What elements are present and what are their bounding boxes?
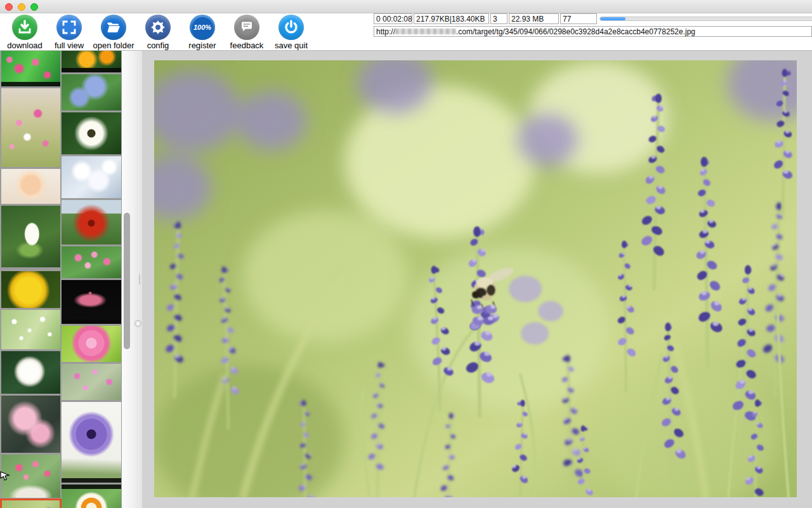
status-field-task-count: 3	[490, 13, 508, 24]
scrollbar-thumb[interactable]	[124, 213, 130, 349]
register-label: register	[188, 41, 216, 50]
thumbnail[interactable]	[62, 485, 121, 508]
thumbnail[interactable]	[62, 74, 121, 110]
thumbnail-panel	[0, 51, 122, 508]
thumbnail[interactable]	[1, 88, 60, 167]
thumbnail[interactable]	[62, 402, 121, 483]
power-icon	[278, 15, 304, 40]
savequit-button[interactable]: save quit	[269, 15, 313, 50]
speech-bubble-icon	[234, 15, 259, 40]
thumbnail[interactable]	[1, 169, 60, 204]
openfolder-button[interactable]: open folder	[91, 15, 136, 50]
thumbnail[interactable]	[1, 351, 60, 394]
toolbar-buttons: downloadfull viewopen folderconfig100%re…	[3, 15, 313, 50]
thumbnail[interactable]	[62, 280, 121, 324]
savequit-label: save quit	[275, 41, 308, 50]
thumbnail[interactable]	[1, 271, 60, 308]
fullscreen-icon	[56, 15, 82, 40]
url-field[interactable]: http://.com/target/tg/345/094/066/0298e0…	[374, 26, 812, 37]
gear-icon	[145, 15, 171, 40]
register-button[interactable]: 100%register	[180, 15, 225, 50]
download-progress-fill	[600, 17, 625, 20]
content-area	[0, 51, 812, 508]
thumbnail-scrollbar[interactable]	[122, 51, 133, 508]
redacted-domain	[395, 29, 456, 34]
thumbnail[interactable]	[1, 310, 60, 349]
thumbnail[interactable]	[1, 51, 60, 86]
minimize-window-icon[interactable]	[18, 3, 25, 11]
lavender-photo-graphic	[154, 60, 797, 497]
preview-image	[154, 60, 797, 497]
badge-100-text: 100%	[193, 23, 211, 31]
feedback-button[interactable]: feedback	[225, 15, 269, 50]
mouse-cursor-icon	[0, 470, 11, 481]
download-button[interactable]: download	[3, 15, 47, 50]
thumbnail[interactable]	[1, 396, 60, 453]
close-window-icon[interactable]	[5, 3, 13, 11]
feedback-label: feedback	[230, 41, 264, 50]
thumbnail[interactable]	[62, 156, 121, 198]
download-progress-bar	[599, 17, 812, 21]
config-button[interactable]: config	[136, 15, 180, 50]
download-label: download	[7, 41, 43, 50]
config-label: config	[147, 41, 169, 50]
download-icon	[12, 15, 37, 40]
fullview-button[interactable]: full view	[47, 15, 91, 50]
fullview-label: full view	[55, 41, 84, 50]
splitter-grip-handle[interactable]	[134, 320, 141, 327]
thumbnail[interactable]	[62, 326, 121, 362]
url-path: .com/target/tg/345/094/066/0298e0c3928d4…	[456, 27, 695, 36]
titlebar	[0, 0, 812, 13]
status-field-elapsed-time: 0 00:02:08	[374, 13, 412, 24]
thumbnail[interactable]	[62, 246, 121, 278]
splitter-grip-line	[139, 274, 140, 284]
thumbnail-selected[interactable]	[1, 500, 60, 508]
openfolder-label: open folder	[93, 41, 134, 50]
status-field-file-count: 77	[560, 13, 597, 24]
window-controls	[5, 3, 38, 11]
badge-100-icon: 100%	[190, 15, 215, 40]
url-prefix: http://	[376, 27, 395, 36]
badge-100-inner-disc: 100%	[192, 17, 213, 38]
zoom-window-icon[interactable]	[30, 3, 38, 11]
image-viewer	[142, 51, 812, 508]
panel-splitter[interactable]	[133, 51, 142, 508]
thumbnail[interactable]	[1, 206, 60, 267]
thumbnail[interactable]	[62, 200, 121, 244]
thumbnail[interactable]	[62, 51, 121, 72]
status-row: 0 00:02:08217.97KB|183.40KB322.93 MB77	[374, 13, 812, 24]
status-field-downloaded-size: 22.93 MB	[509, 13, 559, 24]
status-field-transfer-rate: 217.97KB|183.40KB	[414, 13, 489, 24]
toolbar: downloadfull viewopen folderconfig100%re…	[0, 13, 812, 51]
thumbnail[interactable]	[62, 364, 121, 400]
open-folder-icon	[101, 15, 126, 40]
thumbnail[interactable]	[62, 112, 121, 154]
